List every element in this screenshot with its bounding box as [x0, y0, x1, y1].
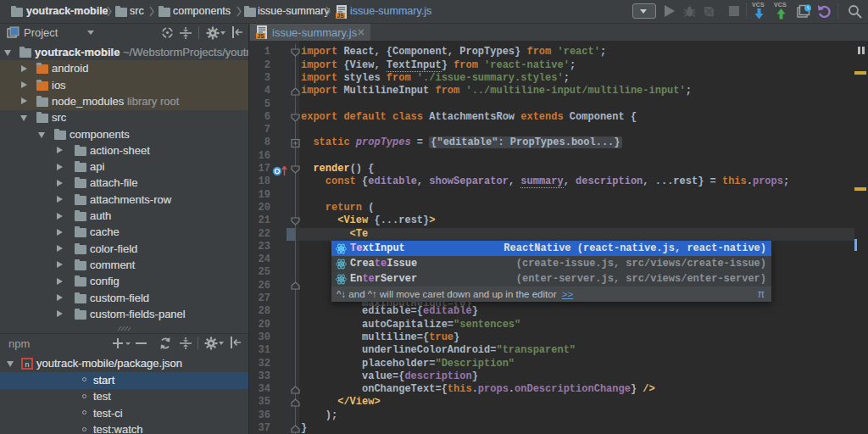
svg-text:n: n — [25, 360, 29, 369]
svg-text:JS: JS — [337, 13, 345, 19]
svg-text:JS: JS — [258, 33, 265, 39]
